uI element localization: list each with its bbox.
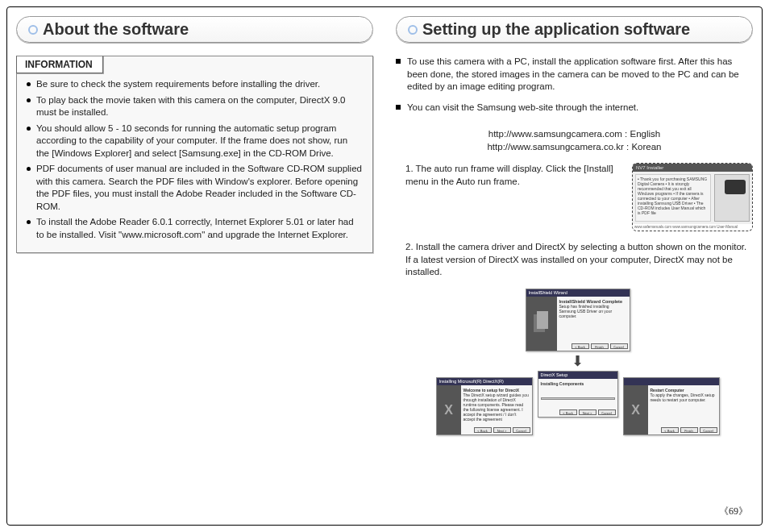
dx1-next-button[interactable]: Next > — [493, 427, 511, 433]
dx3-main: Restart Computer To apply the changes, D… — [648, 385, 719, 434]
intro-item: To use this camera with a PC, install th… — [396, 56, 753, 94]
right-column: Setting up the application software To u… — [396, 16, 753, 516]
dx3-back-button[interactable]: < Back — [661, 427, 679, 433]
dx1-body: The DirectX setup wizard guides you thro… — [463, 393, 530, 422]
information-bullets: Be sure to check the system requirements… — [27, 78, 363, 241]
dx1-titlebar: Installing Microsoft(R) DirectX(R) — [437, 378, 532, 385]
step-2: 2. Install the camera driver and DirectX… — [396, 241, 753, 279]
installer-titlebar: NV7 Installer — [633, 164, 752, 172]
information-body: Be sure to check the system requirements… — [17, 73, 372, 252]
dx3-titlebar — [624, 378, 719, 385]
section-title-right: Setting up the application software — [396, 16, 753, 43]
page-number: 《69》 — [719, 505, 748, 517]
info-bullet: PDF documents of user manual are include… — [27, 163, 363, 213]
ring-icon — [28, 25, 38, 35]
installer-camera-image — [714, 174, 750, 222]
section-title-left: About the software — [16, 16, 373, 43]
info-bullet: Be sure to check the system requirements… — [27, 78, 363, 91]
wizard-main: InstallShield Wizard Complete Setup has … — [557, 297, 630, 351]
wizard-head: InstallShield Wizard Complete — [559, 299, 627, 305]
directx-dialogs-row: Installing Microsoft(R) DirectX(R) X Wel… — [436, 377, 720, 435]
dx1-back-button[interactable]: < Back — [474, 427, 492, 433]
directx-installing-dialog: DirectX Setup Installing Components < Ba… — [538, 371, 618, 418]
wizard-body-text: Setup has finished installing Samsung US… — [559, 304, 627, 318]
page-content: About the software INFORMATION Be sure t… — [16, 16, 753, 516]
arrow-down-icon: ⬇ — [572, 351, 584, 371]
url-korean: http://www.samsungcamera.co.kr : Korean — [396, 141, 753, 154]
right-title-text: Setting up the application software — [422, 19, 690, 40]
intro-squares: To use this camera with a PC, install th… — [396, 56, 753, 122]
dx3-body: To apply the changes, DirectX setup need… — [651, 393, 717, 402]
dx1-cancel-button[interactable]: Cancel — [513, 427, 530, 433]
installer-body: • Thank you for purchasing SAMSUNG Digit… — [633, 172, 752, 224]
dx2-next-button[interactable]: Next > — [579, 409, 596, 415]
dx3-cancel-button[interactable]: Cancel — [700, 427, 717, 433]
wizard-side-image — [526, 297, 557, 351]
url-english: http://www.samsungcamera.com : English — [396, 128, 753, 141]
svg-rect-1 — [537, 311, 548, 329]
dx3-finish-button[interactable]: Finish — [680, 427, 698, 433]
left-column: About the software INFORMATION Be sure t… — [16, 16, 373, 516]
wizard-complete-dialog: InstallShield Wizard InstallShield Wizar… — [526, 289, 630, 351]
dx2-back-button[interactable]: < Back — [559, 409, 577, 415]
installer-thumbnail: NV7 Installer • Thank you for purchasing… — [632, 163, 753, 231]
directx-logo-icon: X — [437, 385, 461, 434]
intro-item: You can visit the Samsung web-site throu… — [396, 102, 753, 114]
dx2-main: Installing Components < Back Next > Canc… — [538, 379, 617, 417]
wizard-finish-button[interactable]: Finish — [591, 343, 609, 349]
info-bullet: To play back the movie taken with this c… — [27, 94, 363, 119]
left-title-text: About the software — [43, 19, 189, 40]
installer-text-pane: • Thank you for purchasing SAMSUNG Digit… — [635, 174, 711, 222]
info-bullet: To install the Adobe Reader 6.0.1 correc… — [27, 216, 363, 241]
step-1: 1. The auto run frame will display. Clic… — [396, 163, 753, 231]
wizard-back-button[interactable]: < Back — [572, 343, 589, 349]
information-label: INFORMATION — [16, 56, 103, 73]
installer-footer: www.safemanuals.com www.samsungcamera.co… — [633, 224, 752, 231]
wizard-cancel-button[interactable]: Cancel — [610, 343, 628, 349]
directx-welcome-dialog: Installing Microsoft(R) DirectX(R) X Wel… — [436, 377, 533, 435]
dx1-main: Welcome to setup for DirectX The DirectX… — [461, 385, 532, 434]
info-bullet: You should allow 5 - 10 seconds for runn… — [27, 123, 363, 160]
wizard-titlebar: InstallShield Wizard — [526, 289, 630, 297]
step2-text: 2. Install the camera driver and DirectX… — [405, 242, 746, 276]
url-block: http://www.samsungcamera.com : English h… — [396, 128, 753, 153]
directx-logo-icon: X — [624, 385, 648, 434]
dx2-progress-bar — [541, 397, 615, 400]
information-block: INFORMATION Be sure to check the system … — [16, 56, 373, 253]
directx-restart-dialog: X Restart Computer To apply the changes,… — [623, 377, 720, 435]
dx2-head: Installing Components — [541, 381, 615, 386]
ring-icon — [408, 25, 418, 35]
step1-text: 1. The auto run frame will display. Clic… — [396, 163, 624, 231]
dx2-titlebar: DirectX Setup — [538, 372, 617, 379]
dx2-cancel-button[interactable]: Cancel — [598, 409, 616, 415]
step2-figures: InstallShield Wizard InstallShield Wizar… — [396, 289, 753, 435]
